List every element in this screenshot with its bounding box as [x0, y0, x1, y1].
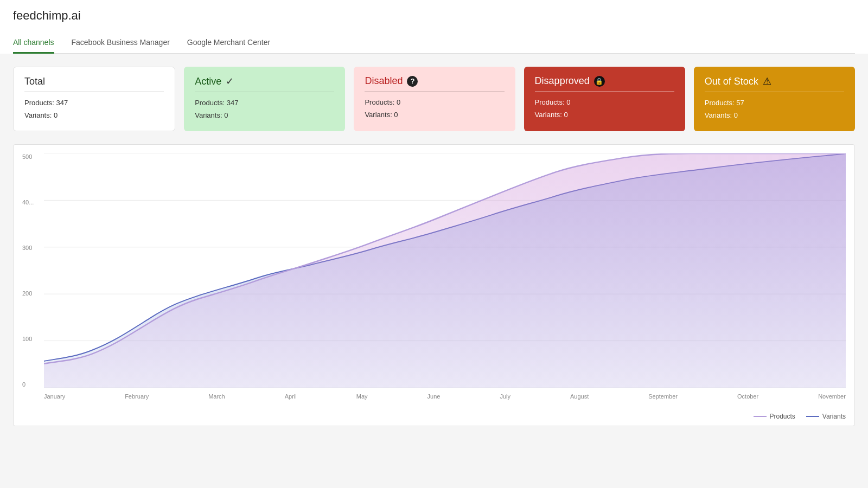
header: feedchimp.ai All channels Facebook Busin…	[0, 0, 868, 54]
tab-google[interactable]: Google Merchant Center	[187, 34, 270, 54]
card-total-header: Total	[24, 76, 164, 92]
x-label-feb: February	[125, 393, 149, 400]
x-label-sep: September	[648, 393, 678, 400]
y-label-0: 0	[22, 381, 41, 388]
legend-products-label: Products	[770, 413, 795, 420]
y-axis: 0 100 200 300 40... 500	[22, 153, 41, 388]
app-title: feedchimp.ai	[13, 9, 855, 23]
card-disapproved-title: Disapproved	[535, 75, 590, 87]
card-total-variants: Variants: 0	[24, 109, 164, 121]
x-axis: January February March April May June Ju…	[44, 389, 846, 404]
x-label-jun: June	[427, 393, 441, 400]
card-total: Total Products: 347 Variants: 0	[13, 67, 175, 131]
card-out-of-stock-variants: Variants: 0	[705, 109, 844, 121]
x-label-aug: August	[570, 393, 589, 400]
main-content: Total Products: 347 Variants: 0 Active ✓…	[0, 54, 868, 426]
check-icon: ✓	[226, 75, 234, 87]
chart-svg	[44, 153, 846, 388]
lock-icon: 🔒	[594, 76, 605, 87]
card-disabled-header: Disabled ?	[365, 75, 504, 92]
card-disapproved: Disapproved 🔒 Products: 0 Variants: 0	[524, 67, 685, 131]
chart-area: 0 100 200 300 40... 500	[22, 153, 846, 404]
x-label-oct: October	[737, 393, 758, 400]
y-label-200: 200	[22, 290, 41, 297]
card-total-title: Total	[24, 76, 45, 87]
products-area	[44, 153, 846, 388]
x-label-apr: April	[285, 393, 297, 400]
card-disabled: Disabled ? Products: 0 Variants: 0	[354, 67, 515, 131]
legend-variants-label: Variants	[822, 413, 846, 420]
x-label-nov: November	[818, 393, 846, 400]
card-active-variants: Variants: 0	[195, 109, 334, 121]
card-disapproved-variants: Variants: 0	[535, 108, 674, 121]
x-label-may: May	[356, 393, 368, 400]
stats-cards: Total Products: 347 Variants: 0 Active ✓…	[13, 67, 855, 131]
chart-svg-wrapper	[44, 153, 846, 388]
card-out-of-stock: Out of Stock ⚠ Products: 57 Variants: 0	[694, 67, 855, 131]
legend-products-line	[754, 416, 767, 417]
chart-legend: Products Variants	[754, 413, 846, 420]
card-active: Active ✓ Products: 347 Variants: 0	[184, 67, 345, 131]
y-label-500: 500	[22, 153, 41, 160]
y-label-100: 100	[22, 336, 41, 342]
card-disapproved-header: Disapproved 🔒	[535, 75, 674, 92]
x-label-mar: March	[208, 393, 225, 400]
card-out-of-stock-title: Out of Stock	[705, 76, 758, 87]
tab-all-channels[interactable]: All channels	[13, 34, 54, 54]
legend-products: Products	[754, 413, 795, 420]
card-total-products: Products: 347	[24, 97, 164, 109]
card-active-title: Active	[195, 76, 221, 87]
legend-variants: Variants	[806, 413, 846, 420]
warning-icon: ⚠	[763, 75, 771, 87]
card-out-of-stock-products: Products: 57	[705, 97, 844, 109]
card-disabled-products: Products: 0	[365, 96, 504, 108]
card-disabled-variants: Variants: 0	[365, 108, 504, 121]
x-label-jul: July	[500, 393, 510, 400]
tab-facebook[interactable]: Facebook Business Manager	[72, 34, 170, 54]
tabs-container: All channels Facebook Business Manager G…	[13, 34, 855, 54]
card-disapproved-products: Products: 0	[535, 96, 674, 108]
legend-variants-line	[806, 416, 819, 417]
card-disabled-title: Disabled	[365, 75, 403, 87]
question-icon: ?	[407, 76, 418, 87]
card-out-of-stock-header: Out of Stock ⚠	[705, 75, 844, 92]
y-label-400: 40...	[22, 199, 41, 206]
x-label-jan: January	[44, 393, 65, 400]
chart-container: 0 100 200 300 40... 500	[13, 144, 855, 426]
card-active-products: Products: 347	[195, 97, 334, 109]
y-label-300: 300	[22, 245, 41, 251]
card-active-header: Active ✓	[195, 75, 334, 92]
